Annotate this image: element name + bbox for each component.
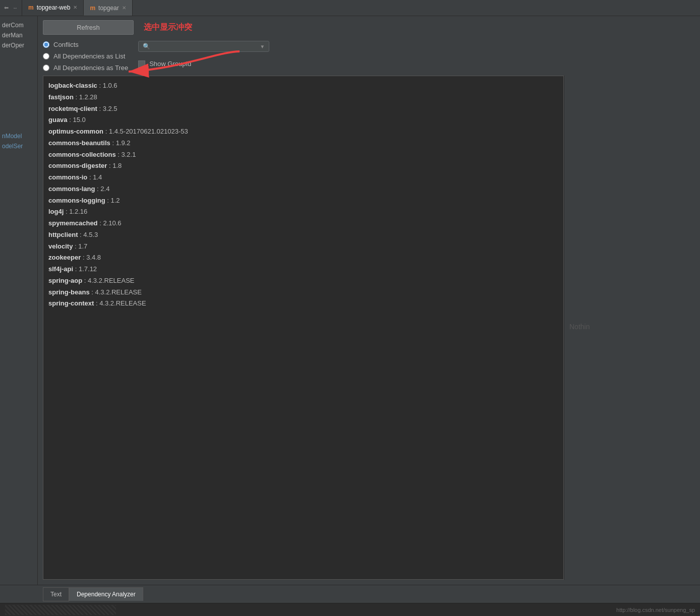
tab-topgear-web-label: topgear-web — [37, 4, 71, 11]
dep-version: : 15.0 — [68, 116, 86, 124]
dep-item[interactable]: commons-beanutils : 1.9.2 — [48, 138, 558, 149]
bottom-tab-dep-analyzer[interactable]: Dependency Analyzer — [69, 587, 143, 601]
dep-version: : 1.9.2 — [110, 139, 131, 147]
tab-close-icon2[interactable]: ✕ — [122, 5, 126, 11]
dep-item[interactable]: commons-logging : 1.2 — [48, 195, 558, 207]
show-groupid-checkbox[interactable] — [138, 60, 145, 68]
dep-name: commons-logging — [48, 197, 105, 204]
dep-version: : 3.2.1 — [116, 151, 136, 158]
dep-item[interactable]: velocity : 1.7 — [48, 241, 558, 253]
nav-back-icon[interactable]: ⬅ — [4, 5, 9, 11]
dep-name: log4j — [48, 208, 64, 215]
dep-version: : 1.2 — [105, 197, 120, 204]
show-groupid-label: Show GroupId — [149, 60, 191, 68]
dep-name: spring-context — [48, 299, 94, 307]
dep-item[interactable]: spring-context : 4.3.2.RELEASE — [48, 298, 558, 310]
tab-topgear[interactable]: m topgear ✕ — [84, 0, 132, 16]
dep-version: : 1.7.12 — [73, 265, 97, 273]
dep-version: : 3.4.8 — [81, 254, 101, 261]
dep-name: fastjson — [48, 93, 74, 101]
dep-name: commons-digester — [48, 162, 107, 169]
dep-item[interactable]: slf4j-api : 1.7.12 — [48, 264, 558, 275]
dep-version: : 2.4 — [95, 185, 109, 193]
dep-item[interactable]: commons-collections : 3.2.1 — [48, 149, 558, 161]
right-panel: Nothin — [564, 76, 695, 580]
dep-version: : 2.10.6 — [98, 219, 122, 227]
dep-item[interactable]: commons-lang : 2.4 — [48, 183, 558, 195]
dep-item[interactable]: guava : 15.0 — [48, 114, 558, 126]
footer-url: http://blog.csdn.net/sunpeng_sp — [616, 607, 695, 613]
footer: http://blog.csdn.net/sunpeng_sp — [0, 603, 700, 616]
dep-item[interactable]: log4j : 1.2.16 — [48, 206, 558, 218]
dep-name: spring-beans — [48, 288, 90, 296]
left-sidebar: derCom derMan derOper nModel odelSer — [0, 16, 38, 585]
radio-conflicts-label: Conflicts — [53, 41, 79, 48]
dep-name: commons-beanutils — [48, 139, 110, 147]
dep-version: : 4.3.2.RELEASE — [90, 288, 142, 296]
dep-name: optimus-common — [48, 128, 103, 135]
dep-item[interactable]: optimus-common : 1.4.5-20170621.021023-5… — [48, 126, 558, 138]
dep-item[interactable]: spring-beans : 4.3.2.RELEASE — [48, 287, 558, 298]
sidebar-item-derman[interactable]: derMan — [0, 30, 37, 40]
dep-version: : 1.2.16 — [64, 208, 87, 215]
search-input[interactable] — [153, 43, 257, 50]
dep-version: : 1.2.28 — [74, 93, 97, 101]
dep-item[interactable]: spring-aop : 4.3.2.RELEASE — [48, 275, 558, 287]
dropdown-arrow-icon[interactable]: ▼ — [260, 44, 265, 49]
dep-version: : 1.4.5-20170621.021023-53 — [103, 128, 188, 135]
show-groupid-row: Show GroupId — [138, 60, 269, 68]
search-box[interactable]: 🔍 ▼ — [138, 41, 269, 52]
search-icon: 🔍 — [143, 43, 150, 50]
dep-item[interactable]: commons-digester : 1.8 — [48, 160, 558, 172]
dep-list-container[interactable]: logback-classic : 1.0.6fastjson : 1.2.28… — [43, 76, 564, 580]
dep-item[interactable]: logback-classic : 1.0.6 — [48, 80, 558, 92]
dep-name: commons-lang — [48, 185, 95, 193]
footer-stripes — [5, 605, 116, 615]
dep-version: : 1.8 — [107, 162, 122, 169]
tab-close-icon[interactable]: ✕ — [73, 5, 77, 10]
sidebar-item-odelser[interactable]: odelSer — [0, 141, 37, 151]
dep-item[interactable]: rocketmq-client : 3.2.5 — [48, 103, 558, 115]
toolbar: Refresh 选中显示冲突 — [38, 16, 700, 39]
sidebar-item-nmodel[interactable]: nModel — [0, 131, 37, 141]
radio-all-deps-list[interactable]: All Dependencies as List — [43, 52, 128, 60]
dep-name: spring-aop — [48, 277, 82, 284]
dep-name: logback-classic — [48, 82, 97, 89]
dep-name: rocketmq-client — [48, 105, 97, 112]
radio-all-deps-tree[interactable]: All Dependencies as Tree — [43, 64, 128, 72]
chinese-annotation: 选中显示冲突 — [144, 22, 192, 33]
dep-item[interactable]: spymemcached : 2.10.6 — [48, 218, 558, 229]
tab-topgear-web[interactable]: m topgear-web ✕ — [22, 0, 84, 16]
dep-version: : 1.0.6 — [97, 82, 118, 89]
dep-version: : 1.7 — [73, 242, 87, 250]
dep-name: zookeeper — [48, 254, 81, 261]
dep-version: : 3.2.5 — [97, 105, 118, 112]
radio-all-deps-list-label: All Dependencies as List — [53, 52, 125, 60]
radio-conflicts[interactable]: Conflicts — [43, 41, 128, 48]
dep-item[interactable]: commons-io : 1.4 — [48, 172, 558, 183]
refresh-button[interactable]: Refresh — [43, 20, 134, 35]
dep-version: : 4.3.2.RELEASE — [94, 299, 146, 307]
dep-item[interactable]: zookeeper : 3.4.8 — [48, 252, 558, 264]
dep-name: spymemcached — [48, 219, 98, 227]
dep-name: slf4j-api — [48, 265, 73, 273]
radio-all-deps-tree-label: All Dependencies as Tree — [53, 64, 128, 72]
dep-name: commons-collections — [48, 151, 116, 158]
dep-version: : 4.5.3 — [78, 231, 98, 238]
dep-name: httpclient — [48, 231, 78, 238]
dep-name: velocity — [48, 242, 73, 250]
dep-item[interactable]: fastjson : 1.2.28 — [48, 92, 558, 103]
dep-list: logback-classic : 1.0.6fastjson : 1.2.28… — [43, 76, 563, 314]
sidebar-item-deroper[interactable]: derOper — [0, 40, 37, 50]
tab-m-icon: m — [28, 4, 34, 11]
dep-name: commons-io — [48, 173, 87, 181]
tab-topgear-label: topgear — [98, 5, 119, 12]
dep-item[interactable]: httpclient : 4.5.3 — [48, 229, 558, 241]
bottom-tab-text[interactable]: Text — [43, 587, 69, 601]
nothing-text: Nothin — [569, 323, 590, 331]
sidebar-item-dercom[interactable]: derCom — [0, 20, 37, 30]
dep-version: : 4.3.2.RELEASE — [82, 277, 134, 284]
dep-version: : 1.4 — [87, 173, 102, 181]
bottom-tabs-bar: Text Dependency Analyzer — [0, 585, 700, 603]
dep-name: guava — [48, 116, 68, 124]
